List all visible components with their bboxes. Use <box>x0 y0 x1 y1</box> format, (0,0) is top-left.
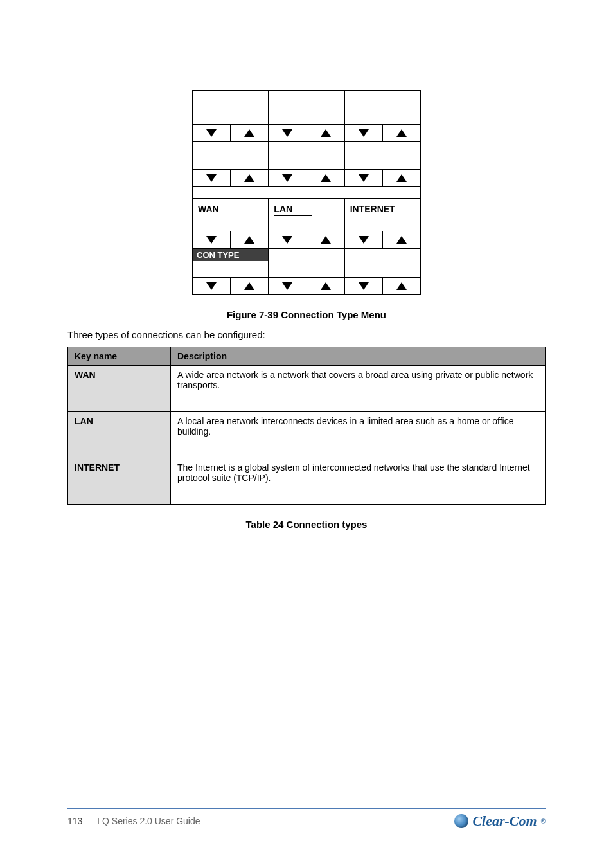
table-caption: Table 24 Connection types <box>67 519 546 530</box>
panel-arrows-1 <box>193 124 420 142</box>
desc-internet: The Internet is a global system of inter… <box>171 458 546 505</box>
table-row: INTERNET The Internet is a global system… <box>68 458 546 505</box>
connection-types-table: Key name Description WAN A wide area net… <box>67 347 546 505</box>
down-arrow-icon[interactable] <box>269 231 306 248</box>
table-row: WAN A wide area network is a network tha… <box>68 366 546 412</box>
panel-label-lan: LAN <box>269 199 344 231</box>
panel-arrows-3 <box>193 231 420 249</box>
down-arrow-icon[interactable] <box>345 170 383 186</box>
down-arrow-icon[interactable] <box>345 125 383 141</box>
panel-cell-r1c2 <box>269 91 344 124</box>
table-row: LAN A local area network interconnects d… <box>68 412 546 458</box>
panel-spacer <box>193 187 420 199</box>
panel-cell-r4c3 <box>345 249 420 277</box>
down-arrow-icon[interactable] <box>269 170 306 186</box>
up-arrow-icon[interactable] <box>231 125 268 141</box>
desc-wan: A wide area network is a network that co… <box>171 366 546 412</box>
desc-lan: A local area network interconnects devic… <box>171 412 546 458</box>
key-lan: LAN <box>68 412 171 458</box>
lead-text: Three types of connections can be config… <box>67 329 546 340</box>
panel-row-4: CON TYPE <box>193 249 420 277</box>
footer-left: 113 LQ Series 2.0 User Guide <box>67 816 200 826</box>
down-arrow-icon[interactable] <box>269 125 306 141</box>
page-number: 113 <box>67 816 89 826</box>
figure-caption: Figure 7-39 Connection Type Menu <box>67 309 546 320</box>
brand-name: Clear-Com <box>472 813 537 829</box>
up-arrow-icon[interactable] <box>383 170 420 186</box>
key-internet: INTERNET <box>68 458 171 505</box>
up-arrow-icon[interactable] <box>307 125 344 141</box>
panel-arrows-2 <box>193 169 420 187</box>
panel-cell-r4c2 <box>269 249 344 277</box>
globe-icon <box>454 814 468 828</box>
panel-cell-r2c1 <box>193 142 269 169</box>
down-arrow-icon[interactable] <box>193 231 231 248</box>
page-footer: 113 LQ Series 2.0 User Guide Clear-Com® <box>67 808 546 829</box>
panel-label-internet: INTERNET <box>345 199 420 231</box>
panel-con-type-label: CON TYPE <box>193 249 268 261</box>
panel-cell-r2c3 <box>345 142 420 169</box>
down-arrow-icon[interactable] <box>345 231 383 248</box>
menu-panel: WAN LAN INTERNET CON TYPE <box>192 90 421 295</box>
up-arrow-icon[interactable] <box>307 278 344 294</box>
up-arrow-icon[interactable] <box>231 278 268 294</box>
down-arrow-icon[interactable] <box>269 278 306 294</box>
panel-cell-r1c1 <box>193 91 269 124</box>
down-arrow-icon[interactable] <box>193 278 231 294</box>
up-arrow-icon[interactable] <box>383 125 420 141</box>
panel-row-1 <box>193 91 420 124</box>
panel-row-2 <box>193 142 420 169</box>
panel-arrows-4 <box>193 277 420 294</box>
up-arrow-icon[interactable] <box>231 170 268 186</box>
footer-rule <box>67 808 546 809</box>
table-header-row: Key name Description <box>68 347 546 366</box>
panel-cell-r2c2 <box>269 142 344 169</box>
panel-row-3: WAN LAN INTERNET <box>193 199 420 231</box>
registered-icon: ® <box>541 818 546 825</box>
up-arrow-icon[interactable] <box>383 231 420 248</box>
down-arrow-icon[interactable] <box>193 125 231 141</box>
up-arrow-icon[interactable] <box>307 170 344 186</box>
header-desc: Description <box>171 347 546 366</box>
key-wan: WAN <box>68 366 171 412</box>
up-arrow-icon[interactable] <box>307 231 344 248</box>
brand-logo: Clear-Com® <box>454 813 546 829</box>
panel-cell-r1c3 <box>345 91 420 124</box>
doc-title: LQ Series 2.0 User Guide <box>97 816 200 826</box>
panel-label-wan: WAN <box>193 199 269 231</box>
panel-label-lan-text: LAN <box>274 204 312 216</box>
down-arrow-icon[interactable] <box>193 170 231 186</box>
up-arrow-icon[interactable] <box>231 231 268 248</box>
up-arrow-icon[interactable] <box>383 278 420 294</box>
down-arrow-icon[interactable] <box>345 278 383 294</box>
panel-con-type-cell: CON TYPE <box>193 249 269 277</box>
header-key: Key name <box>68 347 171 366</box>
